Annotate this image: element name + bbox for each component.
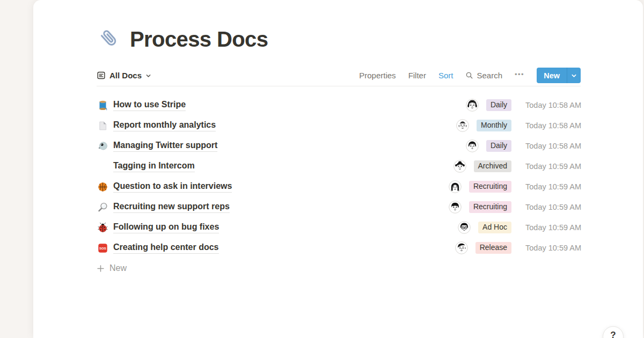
status-badge: Archived: [474, 160, 511, 172]
last-edited-time: Today 10:59 AM: [525, 244, 581, 252]
last-edited-time: Today 10:59 AM: [525, 182, 581, 191]
page-title: Process Docs: [130, 27, 268, 52]
new-button-dropdown[interactable]: [567, 68, 581, 83]
chevron-down-icon: [571, 73, 577, 79]
table-row[interactable]: Following up on bug fixes Ad Hoc Today 1…: [97, 217, 581, 238]
last-edited-time: Today 10:58 AM: [525, 142, 581, 150]
avatar-bob-woman: [449, 180, 462, 193]
search-button[interactable]: Search: [465, 71, 502, 80]
status-badge: Daily: [486, 140, 511, 152]
status-badge: Ad Hoc: [478, 222, 511, 233]
svg-text:SOS: SOS: [99, 246, 106, 250]
avatar-woman-headphones: [466, 99, 479, 112]
last-edited-time: Today 10:58 AM: [525, 121, 581, 130]
last-edited-time: Today 10:59 AM: [525, 203, 581, 211]
ladybug-emoji-icon: [97, 222, 108, 233]
status-badge: Monthly: [477, 120, 511, 131]
bird-emoji-icon: [97, 140, 108, 152]
row-properties: Release Today 10:59 AM: [455, 241, 581, 254]
basketball-emoji-icon: [97, 181, 108, 193]
status-badge: Recruiting: [469, 181, 511, 193]
status-badge: Release: [475, 242, 511, 254]
table-row[interactable]: SOS Creating help center docs Release To…: [97, 238, 581, 258]
table-row[interactable]: Managing Twitter support Daily Today 10:…: [97, 136, 581, 156]
doc-title-link[interactable]: Managing Twitter support: [113, 140, 217, 152]
sort-button[interactable]: Sort: [438, 71, 453, 80]
add-new-doc-label: New: [109, 263, 127, 273]
more-options-button[interactable]: •••: [515, 70, 524, 78]
praying-hands-emoji-icon: [97, 160, 108, 172]
table-row[interactable]: Question to ask in interviews Recruiting…: [97, 177, 581, 197]
row-properties: Daily Today 10:58 AM: [466, 99, 581, 112]
avatar-young-man: [449, 201, 462, 214]
list-view-icon: [97, 71, 106, 80]
doc-title-link[interactable]: Creating help center docs: [113, 242, 219, 254]
table-row[interactable]: How to use Stripe Daily Today 10:58 AM: [97, 95, 581, 115]
doc-list: How to use Stripe Daily Today 10:58 AM R…: [97, 86, 581, 258]
help-button[interactable]: ?: [603, 326, 624, 338]
filter-button[interactable]: Filter: [408, 71, 426, 80]
last-edited-time: Today 10:59 AM: [525, 223, 581, 232]
status-badge: Daily: [486, 99, 511, 111]
row-properties: Daily Today 10:58 AM: [466, 139, 581, 152]
table-row[interactable]: Recruiting new support reps Recruiting T…: [97, 197, 581, 217]
last-edited-time: Today 10:59 AM: [525, 162, 581, 171]
thread-emoji-icon: [97, 99, 108, 111]
view-switcher-all-docs[interactable]: All Docs: [97, 71, 151, 80]
avatar-curly-man: [453, 160, 466, 173]
doc-title-link[interactable]: Report monthly analytics: [113, 120, 216, 131]
view-label: All Docs: [109, 71, 142, 80]
plus-icon: [97, 264, 105, 273]
doc-title-link[interactable]: Following up on bug fixes: [113, 222, 219, 233]
doc-title-link[interactable]: Tagging in Intercom: [113, 160, 195, 172]
row-properties: Ad Hoc Today 10:59 AM: [458, 221, 581, 234]
paperclip-emoji-icon: [97, 26, 122, 52]
magnifier-emoji-icon: [97, 201, 108, 213]
new-button-group: New: [537, 68, 581, 83]
row-properties: Recruiting Today 10:59 AM: [449, 180, 581, 193]
add-new-doc-row[interactable]: New: [97, 258, 581, 278]
doc-title-link[interactable]: Recruiting new support reps: [113, 201, 230, 213]
doc-title-link[interactable]: Question to ask in interviews: [113, 181, 232, 193]
avatar-smiling-man: [466, 139, 479, 152]
search-label: Search: [477, 71, 502, 80]
new-button[interactable]: New: [537, 68, 567, 83]
avatar-older-man: [456, 119, 469, 132]
sos-emoji-icon: SOS: [97, 242, 108, 254]
table-row[interactable]: Report monthly analytics Monthly Today 1…: [97, 115, 581, 136]
status-badge: Recruiting: [469, 201, 511, 213]
avatar-glasses-man: [458, 221, 471, 234]
table-row[interactable]: Tagging in Intercom Archived Today 10:59…: [97, 156, 581, 177]
last-edited-time: Today 10:58 AM: [525, 101, 581, 109]
process-docs-card: Process Docs All Docs Properties Filter …: [33, 0, 643, 338]
row-properties: Archived Today 10:59 AM: [453, 160, 581, 173]
search-icon: [465, 71, 473, 79]
properties-button[interactable]: Properties: [359, 71, 396, 80]
page-header: Process Docs: [97, 24, 581, 55]
avatar-calm-man: [455, 241, 468, 254]
doc-title-link[interactable]: How to use Stripe: [113, 99, 186, 111]
row-properties: Recruiting Today 10:59 AM: [449, 201, 581, 214]
page-emoji-icon: [97, 120, 108, 131]
row-properties: Monthly Today 10:58 AM: [456, 119, 581, 132]
database-toolbar: All Docs Properties Filter Sort Search •…: [97, 65, 581, 86]
chevron-down-icon: [145, 73, 151, 79]
